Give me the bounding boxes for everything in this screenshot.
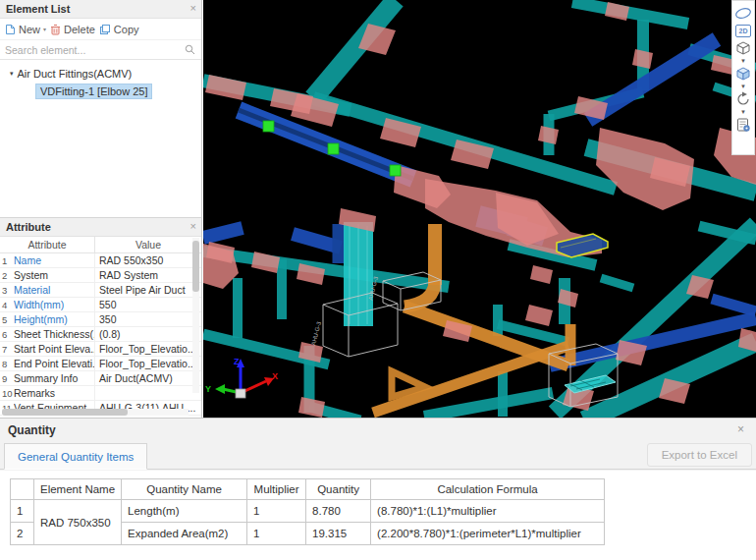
table-row[interactable]: 1 RAD 750x350 Length(m) 1 8.780 (8.780)*… (11, 500, 605, 523)
index-col-header (11, 479, 34, 500)
quantity-title: Quantity (0, 419, 756, 442)
vertical-scrollbar[interactable] (192, 238, 199, 393)
quantity-header: Quantity × (0, 419, 756, 442)
attr-name-link[interactable]: Name (14, 253, 95, 267)
table-row[interactable]: 1 Name RAD 550x350 (0, 253, 201, 268)
delete-button[interactable]: Delete (50, 24, 95, 35)
attribute-header: Attribute × (0, 218, 201, 237)
rotate-view-icon[interactable] (734, 91, 752, 107)
element-list-header: Element List × (0, 0, 201, 19)
quantity-table-header-row: Element Name Quantity Name Multiplier Qu… (11, 479, 605, 500)
tree-group-label: Air Duct Fittings(ACMV) (18, 68, 133, 80)
quantity-tab-bar: General Quantity Items Export to Excel (0, 442, 756, 470)
bim-application-window: Element List × New ▾ Delete Copy (0, 0, 756, 560)
copy-button[interactable]: Copy (99, 24, 139, 35)
search-icon (185, 44, 195, 55)
caret-down-icon[interactable]: ▼ (740, 109, 746, 115)
new-file-icon (5, 24, 16, 35)
element-list-toolbar: New ▾ Delete Copy (0, 19, 201, 40)
quantity-panel: Quantity × General Quantity Items Export… (0, 418, 756, 560)
formula-header: Calculation Formula (371, 479, 605, 500)
table-row[interactable]: 4 Width(mm) 550 (0, 298, 201, 312)
element-name-header: Element Name (34, 479, 122, 500)
attr-name-link[interactable]: Width(mm) (14, 298, 95, 311)
orbit-icon[interactable] (734, 5, 752, 21)
table-row[interactable]: 3 Material Steel Pipe Air Duct (0, 283, 201, 298)
x-axis-label: X (272, 371, 278, 381)
attribute-table-header: Attribute Value (0, 237, 201, 253)
copy-icon (99, 24, 111, 35)
close-icon[interactable]: × (190, 218, 196, 235)
quantity-name-header: Quantity Name (122, 479, 247, 500)
attribute-panel: Attribute × Attribute Value 1 Name RAD 5… (0, 218, 202, 418)
attribute-col-header: Attribute (0, 237, 95, 252)
2d-view-icon[interactable]: 2D (734, 23, 752, 38)
y-axis-label: Y (205, 384, 211, 394)
3d-viewport-canvas[interactable]: AHU-G-3 AHU-G-3 Z X Y (203, 0, 756, 418)
search-row (0, 40, 201, 60)
table-row[interactable]: 10 Remarks (0, 386, 201, 401)
quantity-header-col: Quantity (306, 479, 371, 500)
tree-item-vdfitting[interactable]: VDFitting-1 [Elbow 25] (36, 85, 151, 97)
table-row[interactable]: 7 Start Point Eleva... Floor_Top_Elevati… (0, 342, 201, 357)
tree-collapse-icon[interactable]: ▾ (10, 70, 14, 78)
table-row[interactable]: 6 Sheet Thickness(... (0.8) (0, 327, 201, 342)
shaded-view-icon[interactable] (734, 66, 752, 82)
new-button[interactable]: New ▾ (5, 24, 46, 35)
table-row[interactable]: 8 End Point Elevati... Floor_Top_Elevati… (0, 357, 201, 371)
view-toolbar: 2D ▼ ▼ ▼ (731, 0, 755, 155)
element-list-panel: Element List × New ▾ Delete Copy (0, 0, 202, 218)
value-col-header: Value (95, 237, 201, 252)
view-settings-icon[interactable] (734, 117, 752, 133)
caret-down-icon[interactable]: ▾ (43, 26, 46, 32)
caret-down-icon[interactable]: ▼ (740, 58, 746, 64)
quantity-table: Element Name Quantity Name Multiplier Qu… (10, 478, 605, 545)
caret-down-icon[interactable]: ▼ (740, 84, 746, 89)
table-row[interactable]: 9 Summary Info Air Duct(ACMV) (0, 371, 201, 386)
attribute-table: Attribute Value 1 Name RAD 550x350 2 Sys… (0, 237, 201, 416)
tab-general-quantity-items[interactable]: General Quantity Items (4, 443, 147, 470)
search-input[interactable] (0, 41, 177, 59)
quantity-content: Element Name Quantity Name Multiplier Qu… (0, 471, 756, 560)
element-tree: ▾ Air Duct Fittings(ACMV) VDFitting-1 [E… (0, 60, 201, 97)
element-list-title: Element List (6, 3, 70, 15)
multiplier-header: Multiplier (247, 479, 306, 500)
3d-viewport[interactable]: AHU-G-3 AHU-G-3 Z X Y (203, 0, 756, 418)
z-axis-label: Z (234, 357, 240, 366)
export-to-excel-button[interactable]: Export to Excel (647, 443, 752, 467)
close-icon[interactable]: × (190, 0, 196, 17)
trash-icon (50, 24, 61, 35)
tree-group-air-duct-fittings[interactable]: ▾ Air Duct Fittings(ACMV) (0, 66, 201, 82)
table-row[interactable]: 2 System RAD System (0, 268, 201, 283)
tree-item-label: VDFitting-1 [Elbow 25] (36, 84, 151, 98)
attr-name-link[interactable]: Height(mm) (14, 312, 95, 326)
cyan-riser-duct (350, 222, 367, 326)
close-icon[interactable]: × (737, 422, 744, 436)
attribute-title: Attribute (6, 221, 51, 233)
attr-name-link[interactable]: Material (14, 283, 95, 297)
element-name-cell: RAD 750x350 (34, 500, 122, 545)
horizontal-scrollbar[interactable] (2, 409, 189, 416)
table-row[interactable]: 5 Height(mm) 350 (0, 312, 201, 327)
isometric-view-icon[interactable] (734, 40, 752, 56)
